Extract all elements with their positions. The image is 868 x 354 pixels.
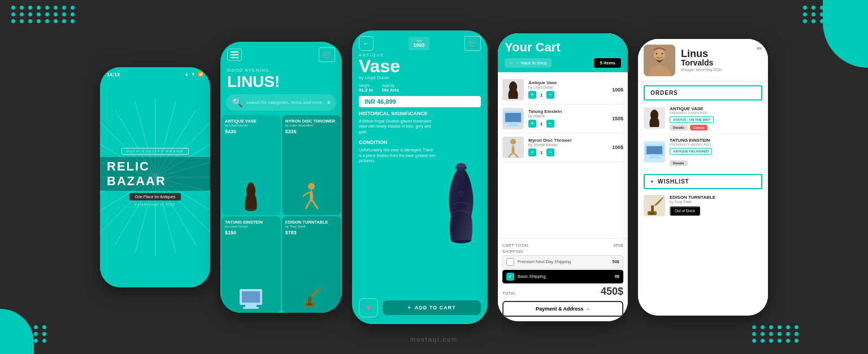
checkout-button[interactable]: Payment & Address → <box>502 301 623 317</box>
decorative-dots-topleft <box>11 6 76 23</box>
qty-increase-computer[interactable]: − <box>546 120 554 128</box>
order-date-computer: Ordered 5 weeks ago <box>670 143 762 146</box>
avatar <box>644 45 675 76</box>
filter-icon[interactable]: ≡ <box>327 99 331 106</box>
cart-button-detail[interactable]: 🛒 <box>465 36 481 51</box>
wishlist-info-gramophone: Edison Turntable by Tony Stark Out of St… <box>670 195 762 216</box>
back-to-shop-button[interactable]: ← ← back to shop <box>505 58 552 68</box>
vase-icon <box>242 181 259 212</box>
qty-value-computer: 1 <box>539 121 544 126</box>
shipping-section-label: Shipping <box>502 250 623 254</box>
svg-rect-35 <box>646 146 662 154</box>
product-by-3: by Lloyd Duran <box>225 225 277 228</box>
out-of-stock-button[interactable]: Out of Stock <box>670 206 700 216</box>
back-button[interactable]: ← <box>359 36 374 51</box>
cart-item-img-computer <box>502 108 524 129</box>
qty-controls-computer: + 1 − <box>528 120 607 128</box>
cart-icon-button[interactable]: 🛒 <box>319 47 335 62</box>
product-name-4: Edison Turntable <box>285 220 338 225</box>
avatar-icon <box>644 45 675 76</box>
shipping-option-premium[interactable]: Premium Next Day Shipping 50$ <box>502 255 623 269</box>
watermark: mostaql.com <box>410 336 458 343</box>
qty-increase-vase[interactable]: − <box>546 91 554 99</box>
svg-rect-39 <box>651 206 654 212</box>
wishlist-by-gramophone: by Tony Stark <box>670 200 762 204</box>
product-card-thrower[interactable]: Myron Disc Thrower by Luke Skywalker $33… <box>282 115 341 216</box>
hamburger-button[interactable] <box>227 49 242 61</box>
year-tag: Year 1993 <box>409 37 429 50</box>
product-by-2: by Luke Skywalker <box>285 124 338 127</box>
order-computer-icon <box>644 144 665 160</box>
shipping-price-premium: 50$ <box>612 259 619 264</box>
qty-decrease-vase[interactable]: + <box>528 91 536 99</box>
cart-item-price-vase: 100$ <box>612 87 623 93</box>
svg-rect-37 <box>648 158 661 159</box>
cart-item-by-thrower: by Joseph Altman <box>528 143 607 147</box>
search-input[interactable] <box>246 100 324 105</box>
wishlist-button[interactable]: ♥ <box>359 298 378 317</box>
product-name-3: Tatung Einstein <box>225 220 277 225</box>
year-value: 1993 <box>413 42 424 48</box>
svg-point-40 <box>649 212 655 215</box>
cart-header: Your Cart ← ← back to shop 5 items <box>498 33 628 72</box>
qty-decrease-thrower[interactable]: + <box>528 148 536 156</box>
product-card-vase[interactable]: Antique Vase by Lloyd Duran $435 <box>222 115 281 216</box>
wishlist-section-header: ♥ Wishlist <box>644 174 762 189</box>
svg-point-32 <box>656 53 658 54</box>
height-value: 51.2 in <box>359 88 373 93</box>
order-actions-computer: Antique Delivered <box>670 148 762 155</box>
product-by-4: by Tony Stark <box>285 225 338 228</box>
plus-icon: + <box>407 305 411 311</box>
shipping-option-basic[interactable]: ✓ Basic Shipping 0$ <box>502 270 623 283</box>
product-card-computer[interactable]: Tatung Einstein by Lloyd Duran $150 <box>222 216 281 313</box>
significance-title: Historical Significance <box>359 111 437 116</box>
condition-text: Unfortunately this vase is damaged. Ther… <box>359 147 437 164</box>
status-icons: ▲▼📶 <box>184 72 203 77</box>
wishlist-card-gramophone: Edison Turntable by Tony Stark Out of St… <box>638 191 768 220</box>
order-date-vase: Ordered 3 days ago <box>670 111 762 115</box>
profile-info: Linus Torvalds Shopper since May 2020 <box>681 49 751 72</box>
wishlist-name-gramophone: Edison Turntable <box>670 195 762 200</box>
out-of-stock-label: Out of Stock <box>675 209 695 213</box>
order-cancel-button-vase[interactable]: Cancel <box>690 125 708 130</box>
year-label: Year <box>413 39 424 42</box>
profile-since: Shopper since May 2020 <box>681 68 751 72</box>
qty-controls-vase: + 1 − <box>528 91 607 99</box>
order-details-button-computer[interactable]: Details <box>670 160 688 166</box>
qty-controls-thrower: + 1 − <box>528 148 607 156</box>
shipping-checkbox-premium <box>506 258 514 266</box>
search-bar[interactable]: 🔍 ≡ <box>226 94 336 111</box>
cart-item-price-computer: 150$ <box>612 116 623 121</box>
items-count-badge: 5 items <box>594 58 621 68</box>
product-card-gramophone[interactable]: Edison Turntable by Tony Stark $783 <box>282 216 341 313</box>
phone-cart: Your Cart ← ← back to shop 5 items <box>498 33 628 321</box>
artist-label: by Lloyd Duran <box>352 75 488 84</box>
order-status-vase: Status : On the Way <box>670 116 714 123</box>
computer-icon <box>238 287 263 309</box>
qty-increase-thrower[interactable]: − <box>546 148 554 156</box>
edit-profile-button[interactable]: ✏ <box>757 45 762 53</box>
detail-content: Historical Significance A British Royal … <box>352 111 488 294</box>
order-btns-vase: Details Cancel <box>670 125 762 130</box>
cart-item-name-vase: Antique Vase <box>528 80 607 85</box>
shop-header: 🛒 <box>220 42 342 65</box>
search-icon: 🔍 <box>232 97 243 108</box>
cart-item-info-computer: Tatung Einstein by Hitachi + 1 − <box>528 109 607 128</box>
cart-item-price-thrower: 100$ <box>612 145 623 150</box>
order-name-vase: Antique Vase <box>670 106 762 111</box>
brand-subtitle: High Quality Brand <box>121 148 189 155</box>
add-to-cart-button[interactable]: + Add to Cart <box>383 300 481 315</box>
product-by-1: by Lloyd Duran <box>225 124 277 127</box>
product-name-1: Antique Vase <box>225 119 277 124</box>
phone-profile: Linus Torvalds Shopper since May 2020 ✏ … <box>638 39 768 316</box>
svg-point-20 <box>306 303 313 305</box>
add-to-cart-label: Add to Cart <box>415 305 456 311</box>
qty-decrease-computer[interactable]: + <box>528 120 536 128</box>
orders-section-header: Orders <box>644 85 762 100</box>
product-img-1 <box>225 134 277 212</box>
order-details-button-vase[interactable]: Details <box>670 125 688 130</box>
svg-rect-28 <box>506 125 520 126</box>
cart-items-list: Antique Vase by Lloyd Duran + 1 − 100$ <box>498 72 628 238</box>
shipping-name-premium: Premium Next Day Shipping <box>518 259 609 264</box>
status-bar: 14:13 ▲▼📶 <box>107 72 203 77</box>
